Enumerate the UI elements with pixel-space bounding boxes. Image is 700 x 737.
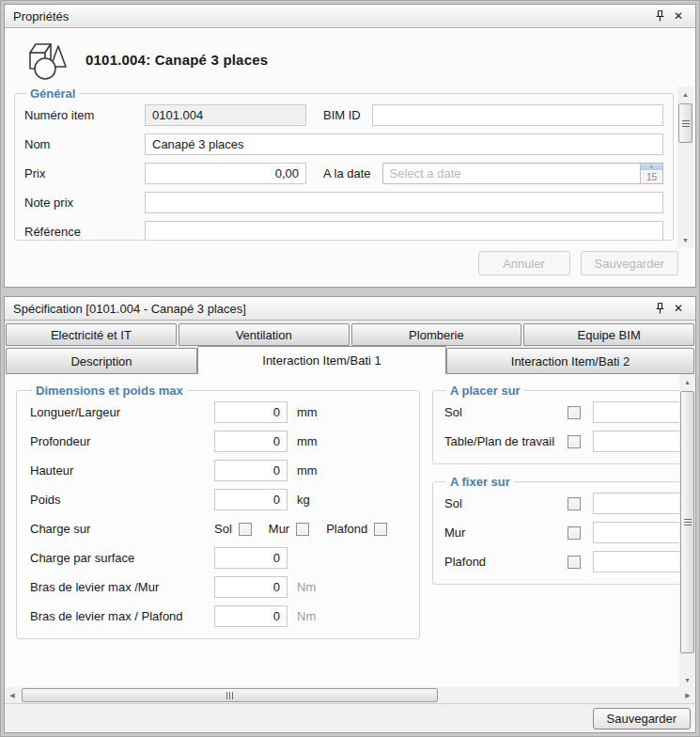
reference-row: Référence <box>24 217 663 241</box>
a-fixer-sur-groupbox: A fixer sur Sol Mur Plafond <box>432 475 679 585</box>
specification-titlebar: Spécification [0101.004 - Canapé 3 place… <box>5 297 695 321</box>
fixer-sol-label: Sol <box>444 496 568 510</box>
charge-mur-checkbox[interactable] <box>296 523 309 536</box>
general-groupbox: Général Numéro item BIM ID Nom Prix <box>14 86 674 241</box>
save-button[interactable]: Sauvegarder <box>581 251 678 275</box>
placer-table-row: Table/Plan de travail <box>444 427 679 456</box>
specification-title: Spécification [0101.004 - Canapé 3 place… <box>13 302 246 316</box>
properties-scroll-thumb[interactable] <box>678 103 692 143</box>
charge-par-surface-row: Charge par surface <box>30 543 408 572</box>
scroll-left-icon[interactable]: ◀ <box>5 692 20 699</box>
charge-sol-label: Sol <box>214 522 232 536</box>
poids-row: Poids kg <box>30 485 408 514</box>
pin-icon[interactable] <box>650 300 669 317</box>
numero-item-label: Numéro item <box>24 108 145 122</box>
scroll-up-icon[interactable]: ▲ <box>677 86 693 102</box>
poids-field[interactable] <box>214 489 288 510</box>
profondeur-field[interactable] <box>214 431 288 452</box>
prix-row: Prix A la date 15 <box>24 159 663 188</box>
placer-sol-label: Sol <box>444 405 568 419</box>
numero-item-field[interactable] <box>145 104 306 126</box>
dimensions-column: Dimensions et poids max Longuer/Largeur … <box>5 374 421 687</box>
tab-interaction-item-bati-1[interactable]: Interaction Item/Bati 1 <box>197 346 446 374</box>
close-icon[interactable]: ✕ <box>669 300 688 317</box>
charge-mur-label: Mur <box>269 522 289 536</box>
scroll-down-icon[interactable]: ▼ <box>677 232 693 247</box>
charge-sur-options: Sol Mur Plafond <box>214 522 387 536</box>
tab-plomberie[interactable]: Plomberie <box>351 323 522 346</box>
bras-levier-mur-field <box>214 576 288 598</box>
tab-equipe-bim[interactable]: Equipe BIM <box>523 323 694 346</box>
fixer-mur-checkbox[interactable] <box>568 526 581 540</box>
item-title: 0101.004: Canapé 3 places <box>86 52 268 68</box>
a-placer-sur-groupbox: A placer sur Sol Table/Plan de travail <box>432 384 679 464</box>
dimensions-groupbox: Dimensions et poids max Longuer/Largeur … <box>16 384 420 639</box>
placer-table-checkbox[interactable] <box>568 435 581 448</box>
a-fixer-sur-legend: A fixer sur <box>446 475 514 489</box>
close-icon[interactable]: ✕ <box>669 8 688 24</box>
longueur-row: Longuer/Largeur mm <box>30 398 408 427</box>
charge-sol-checkbox[interactable] <box>239 523 252 536</box>
horizontal-scroll-thumb[interactable] <box>22 688 438 702</box>
properties-scroll-track[interactable] <box>677 102 693 232</box>
poids-unit: kg <box>297 493 310 507</box>
calendar-icon-header <box>641 164 662 170</box>
bim-id-field[interactable] <box>372 104 663 126</box>
specification-horizontal-scrollbar[interactable]: ◀ ▶ <box>5 687 695 703</box>
scroll-up-icon[interactable]: ▲ <box>679 374 695 389</box>
note-prix-row: Note prix <box>24 188 663 217</box>
note-prix-field[interactable] <box>145 192 663 213</box>
tab-ventilation[interactable]: Ventilation <box>179 323 350 346</box>
cancel-button[interactable]: Annuler <box>478 251 570 275</box>
hauteur-unit: mm <box>297 463 318 478</box>
hauteur-row: Hauteur mm <box>30 456 408 485</box>
charge-plafond-checkbox[interactable] <box>374 523 387 536</box>
hauteur-label: Hauteur <box>30 463 214 478</box>
date-picker: 15 <box>382 163 663 184</box>
poids-label: Poids <box>30 493 214 507</box>
horizontal-scroll-track[interactable] <box>20 687 680 703</box>
fixer-mur-field <box>593 522 679 543</box>
specification-scroll-thumb[interactable] <box>680 391 694 653</box>
interaction-tab-content: Dimensions et poids max Longuer/Largeur … <box>5 374 695 687</box>
scroll-down-icon[interactable]: ▼ <box>679 672 695 687</box>
hauteur-field[interactable] <box>214 460 288 481</box>
charge-sur-row: Charge sur Sol Mur Plafond <box>30 514 408 543</box>
profondeur-label: Profondeur <box>30 434 214 448</box>
specification-scroll-track[interactable] <box>679 389 695 672</box>
properties-vertical-scrollbar[interactable]: ▲ ▼ <box>677 86 693 247</box>
reference-field[interactable] <box>145 221 663 241</box>
nom-label: Nom <box>24 137 145 151</box>
placer-sol-field <box>593 401 679 423</box>
tab-interaction-item-bati-2[interactable]: Interaction Item/Bati 2 <box>446 348 694 374</box>
note-prix-label: Note prix <box>24 196 145 210</box>
reference-label: Référence <box>24 225 145 239</box>
tab-electricite-et-it[interactable]: Electricité et IT <box>6 323 177 346</box>
fixer-mur-row: Mur <box>444 518 679 547</box>
fixer-plafond-checkbox[interactable] <box>568 556 581 569</box>
nom-field[interactable] <box>145 133 663 155</box>
general-scroll-region: Général Numéro item BIM ID Nom Prix <box>5 86 695 247</box>
date-field[interactable] <box>383 164 640 183</box>
tab-description[interactable]: Description <box>6 348 197 374</box>
bras-levier-plafond-row: Bras de levier max / Plafond Nm <box>30 602 408 631</box>
pin-icon[interactable] <box>650 8 669 24</box>
bras-levier-plafond-unit: Nm <box>297 609 316 623</box>
specification-vertical-scrollbar[interactable]: ▲ ▼ <box>679 374 695 687</box>
bras-levier-mur-unit: Nm <box>297 580 316 594</box>
calendar-icon[interactable]: 15 <box>640 164 662 183</box>
longueur-field[interactable] <box>214 401 288 423</box>
scroll-grip <box>226 692 233 699</box>
item-header-row: 0101.004: Canapé 3 places <box>5 28 695 86</box>
placer-sol-checkbox[interactable] <box>568 406 581 419</box>
fixer-sol-checkbox[interactable] <box>568 497 581 510</box>
save-button[interactable]: Sauvegarder <box>593 708 691 729</box>
geometry-shapes-icon <box>23 38 69 81</box>
a-placer-sur-legend: A placer sur <box>446 384 524 398</box>
placer-table-label: Table/Plan de travail <box>444 434 568 448</box>
specification-tabs: Electricité et IT Ventilation Plomberie … <box>5 321 695 374</box>
prix-field[interactable] <box>145 163 306 184</box>
fixer-mur-label: Mur <box>444 525 568 540</box>
scroll-right-icon[interactable]: ▶ <box>680 692 695 699</box>
prix-label: Prix <box>24 166 145 180</box>
